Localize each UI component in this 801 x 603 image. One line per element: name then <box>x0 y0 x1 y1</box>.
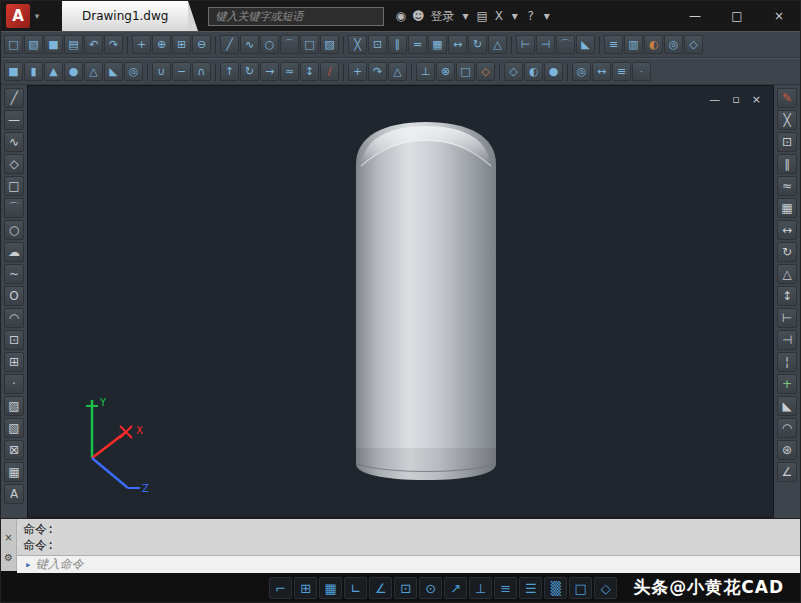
ellipse-tool-icon[interactable]: O <box>4 286 24 306</box>
selection-cycling-icon[interactable]: ◇ <box>594 577 617 599</box>
command-input[interactable]: ▸ 键入命令 <box>17 555 800 573</box>
union-icon[interactable]: ∪ <box>152 62 171 81</box>
open-icon[interactable]: ▧ <box>24 35 43 54</box>
polyline-icon[interactable]: ∿ <box>240 35 259 54</box>
3d-scale-icon[interactable]: △ <box>388 62 407 81</box>
slice-icon[interactable]: ∕ <box>320 62 339 81</box>
align-tool-icon[interactable]: ∠ <box>777 462 797 482</box>
revolve-icon[interactable]: ↻ <box>240 62 259 81</box>
rotate-icon[interactable]: ↻ <box>468 35 487 54</box>
sweep-icon[interactable]: → <box>260 62 279 81</box>
torus-solid-icon[interactable]: ◎ <box>124 62 143 81</box>
ucs-world-icon[interactable]: ⊗ <box>436 62 455 81</box>
ucs-icon[interactable]: Y X Z <box>70 392 166 500</box>
line-icon[interactable]: ╱ <box>220 35 239 54</box>
maximize-button[interactable]: □ <box>716 1 758 31</box>
viewport-close-icon[interactable]: × <box>752 94 761 105</box>
ellipse-arc-icon[interactable]: ◠ <box>4 308 24 328</box>
camera-views-icon[interactable]: ◇ <box>476 62 495 81</box>
break-tool-icon[interactable]: ¦ <box>777 352 797 372</box>
offset-icon[interactable]: = <box>408 35 427 54</box>
id-point-icon[interactable]: · <box>632 62 651 81</box>
minimize-button[interactable]: — <box>674 1 716 31</box>
autocad-logo-icon[interactable]: A <box>6 4 30 28</box>
copy-tool-icon[interactable]: ⊡ <box>777 132 797 152</box>
polyline-tool-icon[interactable]: ∿ <box>4 132 24 152</box>
move-tool-icon[interactable]: ↔ <box>777 220 797 240</box>
object-snap-icon[interactable]: ⊡ <box>394 577 417 599</box>
presspull-icon[interactable]: ↕ <box>300 62 319 81</box>
intersect-icon[interactable]: ∩ <box>192 62 211 81</box>
model-space-viewport[interactable]: —▫× <box>27 85 774 518</box>
move-icon[interactable]: ↔ <box>448 35 467 54</box>
multiline-text-icon[interactable]: A <box>4 484 24 504</box>
offset-tool-icon[interactable]: ≈ <box>777 176 797 196</box>
circle-icon[interactable]: ○ <box>260 35 279 54</box>
extend-icon[interactable]: ⊣ <box>536 35 555 54</box>
array-tool-icon[interactable]: ▦ <box>777 198 797 218</box>
render-icon[interactable]: ◐ <box>644 35 663 54</box>
3d-object-snap-icon[interactable]: ⊙ <box>419 577 442 599</box>
pan-icon[interactable]: + <box>132 35 151 54</box>
exchange-apps-icon[interactable]: X <box>491 1 507 31</box>
orbit-icon[interactable]: ◎ <box>664 35 683 54</box>
rectangle-icon[interactable]: □ <box>300 35 319 54</box>
insert-block-icon[interactable]: ⊡ <box>4 330 24 350</box>
3d-rotate-icon[interactable]: ↷ <box>368 62 387 81</box>
match-properties-icon[interactable]: ▥ <box>624 35 643 54</box>
box-solid-icon[interactable]: ■ <box>4 62 23 81</box>
polygon-tool-icon[interactable]: ◇ <box>4 154 24 174</box>
command-close-icon[interactable]: × <box>4 533 12 543</box>
circle-tool-icon[interactable]: ○ <box>4 220 24 240</box>
polar-tracking-icon[interactable]: ∠ <box>369 577 392 599</box>
hatch-tool-icon[interactable]: ▨ <box>4 396 24 416</box>
plot-icon[interactable]: ▤ <box>64 35 83 54</box>
fillet-icon[interactable]: ⌒ <box>556 35 575 54</box>
dynamic-input-icon[interactable]: ≡ <box>494 577 517 599</box>
infer-constraints-icon[interactable]: ⌐ <box>269 577 292 599</box>
pyramid-solid-icon[interactable]: △ <box>84 62 103 81</box>
search-binoculars-icon[interactable]: ◉ <box>392 1 408 31</box>
properties-icon[interactable]: ≡ <box>604 35 623 54</box>
command-customize-icon[interactable]: ⚙ <box>4 553 13 563</box>
table-tool-icon[interactable]: ▦ <box>4 462 24 482</box>
viewport-restore-icon[interactable]: ▫ <box>732 94 739 105</box>
stretch-tool-icon[interactable]: ↕ <box>777 286 797 306</box>
copy-icon[interactable]: ⊡ <box>368 35 387 54</box>
titlebar[interactable]: A ▾ Drawing1.dwg 键入关键字或短语 ◉☻登录▾▤X▾?▾ —□× <box>1 1 800 31</box>
extend-tool-icon[interactable]: ⊣ <box>777 330 797 350</box>
signin-label[interactable]: 登录 <box>427 1 457 31</box>
redo-icon[interactable]: ↷ <box>104 35 123 54</box>
join-tool-icon[interactable]: + <box>777 374 797 394</box>
app-store-cart-icon[interactable]: ▤ <box>473 1 490 31</box>
transparency-icon[interactable]: ▒ <box>544 577 567 599</box>
undo-icon[interactable]: ↶ <box>84 35 103 54</box>
gradient-tool-icon[interactable]: ▧ <box>4 418 24 438</box>
loft-icon[interactable]: ≈ <box>280 62 299 81</box>
arc-tool-icon[interactable]: ⌒ <box>4 198 24 218</box>
snap-mode-icon[interactable]: ⊞ <box>294 577 317 599</box>
region-tool-icon[interactable]: ⊠ <box>4 440 24 460</box>
rotate-tool-icon[interactable]: ↻ <box>777 242 797 262</box>
wedge-solid-icon[interactable]: ◣ <box>104 62 123 81</box>
spline-tool-icon[interactable]: ~ <box>4 264 24 284</box>
point-tool-icon[interactable]: · <box>4 374 24 394</box>
distance-icon[interactable]: ↔ <box>592 62 611 81</box>
scale-tool-icon[interactable]: △ <box>777 264 797 284</box>
chamfer-icon[interactable]: ◣ <box>576 35 595 54</box>
zoom-previous-icon[interactable]: ⊖ <box>192 35 211 54</box>
visual-style-shaded-icon[interactable]: ● <box>544 62 563 81</box>
cylinder-3d-object[interactable] <box>356 118 496 486</box>
qnew-icon[interactable]: □ <box>4 35 23 54</box>
signin-person-icon[interactable]: ☻ <box>409 1 428 31</box>
3d-move-icon[interactable]: + <box>348 62 367 81</box>
zoom-window-icon[interactable]: ⊞ <box>172 35 191 54</box>
markup-pencil-icon[interactable]: ✎ <box>777 88 797 108</box>
viewport-minimize-icon[interactable]: — <box>709 94 720 105</box>
erase-tool-icon[interactable]: ╳ <box>777 110 797 130</box>
help-menu-arrow-icon[interactable]: ▾ <box>539 1 555 31</box>
mirror-icon[interactable]: ∥ <box>388 35 407 54</box>
free-orbit-icon[interactable]: ◎ <box>572 62 591 81</box>
scale-icon[interactable]: △ <box>488 35 507 54</box>
named-views-icon[interactable]: ◇ <box>684 35 703 54</box>
